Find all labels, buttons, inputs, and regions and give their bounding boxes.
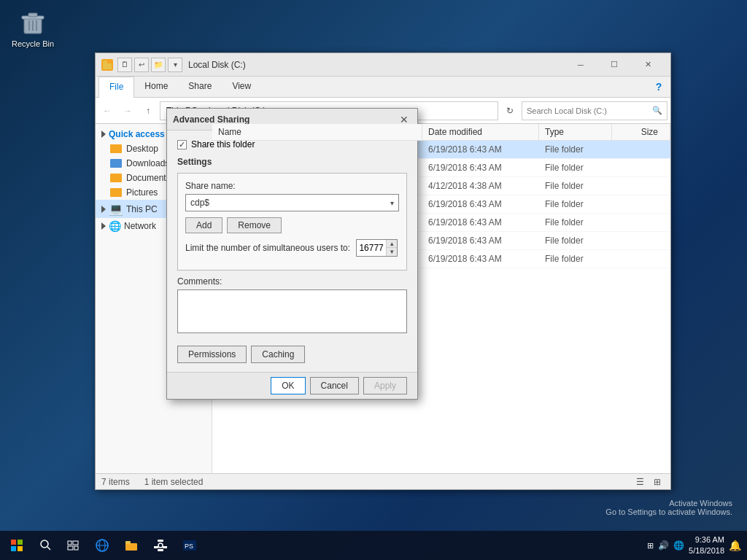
minimize-button[interactable]: ─ <box>564 53 597 77</box>
advanced-sharing-dialog: Advanced Sharing ✕ Share this folder Set… <box>166 108 418 400</box>
file-type-cell: File folder <box>539 160 612 175</box>
tab-view[interactable]: View <box>222 77 261 97</box>
file-size-cell <box>612 202 670 206</box>
dropdown-qbtn[interactable]: ▾ <box>168 58 182 72</box>
notification-icon[interactable]: 🔔 <box>729 540 741 551</box>
start-button[interactable] <box>0 531 33 560</box>
settings-taskbar-button[interactable] <box>146 531 175 560</box>
svg-rect-23 <box>158 540 163 542</box>
task-view-button[interactable] <box>58 531 88 560</box>
limit-input[interactable] <box>357 240 386 256</box>
help-button[interactable]: ? <box>650 77 667 97</box>
search-box[interactable]: 🔍 <box>522 101 667 120</box>
permissions-button[interactable]: Permissions <box>177 346 247 363</box>
recycle-bin-icon[interactable]: Recycle Bin <box>7 7 58 48</box>
file-list-header: Name Date modified Type Size <box>212 124 670 141</box>
tray-icon-1[interactable]: ⊞ <box>647 541 654 551</box>
close-button[interactable]: ✕ <box>631 53 665 77</box>
file-date-cell: 6/19/2018 6:43 AM <box>422 252 539 266</box>
file-date-cell: 6/19/2018 6:43 AM <box>422 215 539 230</box>
file-type-cell: File folder <box>539 179 612 193</box>
folder-up-qbtn[interactable]: 📁 <box>151 58 166 72</box>
large-icons-view-btn[interactable]: ⊞ <box>650 475 665 489</box>
add-remove-buttons: Add Remove <box>185 217 399 233</box>
svg-rect-10 <box>11 546 16 551</box>
taskbar-clock[interactable]: 9:36 AM 5/18/2018 <box>689 534 724 557</box>
svg-rect-17 <box>74 546 78 550</box>
share-name-label: Share name: <box>185 181 399 191</box>
up-button[interactable]: ↑ <box>139 102 157 120</box>
svg-rect-2 <box>28 13 37 17</box>
back-button[interactable]: ← <box>98 102 116 120</box>
thispc-label: This PC <box>126 204 158 214</box>
file-type-cell: File folder <box>539 197 612 211</box>
desktop-label: Desktop <box>126 144 158 154</box>
file-type-cell: File folder <box>539 252 612 266</box>
svg-rect-22 <box>125 541 131 544</box>
svg-rect-21 <box>125 543 137 551</box>
properties-qbtn[interactable]: 🗒 <box>117 58 132 72</box>
dialog-body: Share this folder Settings Share name: c… <box>167 131 417 372</box>
network-expand-icon <box>101 222 106 230</box>
pictures-folder-icon <box>110 188 122 197</box>
comments-label: Comments: <box>177 276 407 287</box>
powershell-taskbar-button[interactable]: PS <box>175 531 204 560</box>
details-view-btn[interactable]: ☰ <box>632 475 647 489</box>
remove-button[interactable]: Remove <box>227 217 282 233</box>
cancel-button[interactable]: Cancel <box>310 377 359 394</box>
apply-button[interactable]: Apply <box>363 377 407 394</box>
file-type-cell: File folder <box>539 142 612 157</box>
svg-rect-15 <box>73 541 78 545</box>
tab-file[interactable]: File <box>98 77 134 98</box>
expand-icon <box>101 131 106 138</box>
network-tray-icon[interactable]: 🌐 <box>673 540 684 551</box>
file-size-cell <box>612 220 670 225</box>
ie-taskbar-button[interactable] <box>88 531 117 560</box>
taskbar-search-button[interactable] <box>33 531 58 560</box>
svg-line-13 <box>47 547 50 550</box>
file-date-cell: 6/19/2018 6:43 AM <box>422 160 539 175</box>
share-name-value: cdp$ <box>190 198 209 208</box>
svg-rect-26 <box>163 546 168 548</box>
svg-rect-6 <box>103 63 112 69</box>
desktop-folder-icon <box>110 144 122 153</box>
downloads-folder-icon <box>110 159 122 168</box>
limit-spinner[interactable]: ▲ ▼ <box>356 239 398 257</box>
svg-rect-7 <box>103 61 107 63</box>
add-button[interactable]: Add <box>185 217 222 233</box>
speakers-icon[interactable]: 🔊 <box>658 540 669 551</box>
file-size-cell <box>612 184 670 188</box>
activate-line1: Activate Windows <box>605 499 732 508</box>
settings-box: Share name: cdp$ ▾ Add Remove Limit the … <box>177 173 407 271</box>
col-type[interactable]: Type <box>539 124 612 140</box>
undo-qbtn[interactable]: ↩ <box>134 58 149 72</box>
search-input[interactable] <box>527 106 652 115</box>
comments-textarea[interactable] <box>177 289 407 333</box>
tab-home[interactable]: Home <box>134 77 178 97</box>
spinner-buttons: ▲ ▼ <box>386 240 397 256</box>
spinner-up-button[interactable]: ▲ <box>387 240 397 248</box>
refresh-button[interactable]: ↻ <box>501 102 519 120</box>
quick-access-label: Quick access <box>109 129 165 139</box>
explorer-taskbar-button[interactable] <box>117 531 146 560</box>
spinner-down-button[interactable]: ▼ <box>387 248 397 256</box>
ok-button[interactable]: OK <box>271 377 305 394</box>
caching-button[interactable]: Caching <box>251 346 305 363</box>
maximize-button[interactable]: ☐ <box>597 53 631 77</box>
clock-time: 9:36 AM <box>689 534 724 545</box>
file-date-cell: 6/19/2018 6:43 AM <box>422 142 539 157</box>
col-date[interactable]: Date modified <box>422 124 539 140</box>
share-checkbox[interactable] <box>177 140 187 149</box>
svg-rect-25 <box>154 546 159 548</box>
svg-rect-14 <box>68 541 71 545</box>
col-size[interactable]: Size <box>612 124 670 140</box>
tab-share[interactable]: Share <box>178 77 222 97</box>
taskbar: PS ⊞ 🔊 🌐 9:36 AM 5/18/2018 🔔 <box>0 531 747 560</box>
file-type-cell: File folder <box>539 215 612 230</box>
forward-button[interactable]: → <box>119 102 136 120</box>
limit-row: Limit the number of simultaneous users t… <box>185 239 399 257</box>
activate-watermark: Activate Windows Go to Settings to activ… <box>605 499 732 516</box>
share-name-dropdown[interactable]: cdp$ ▾ <box>185 194 399 211</box>
search-icon: 🔍 <box>652 106 662 115</box>
col-name[interactable]: Name <box>212 124 422 140</box>
